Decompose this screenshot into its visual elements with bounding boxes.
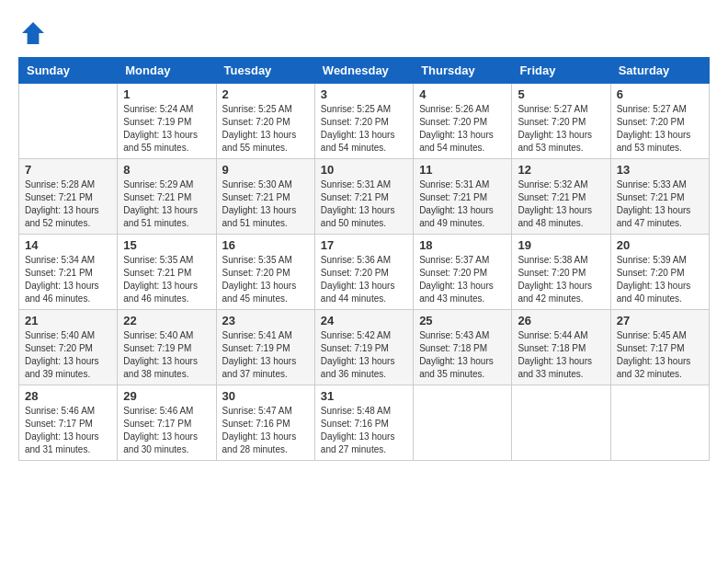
day-info: Sunrise: 5:48 AMSunset: 7:16 PMDaylight:… xyxy=(321,405,407,456)
calendar-cell: 25Sunrise: 5:43 AMSunset: 7:18 PMDayligh… xyxy=(414,310,512,385)
calendar-cell: 28Sunrise: 5:46 AMSunset: 7:17 PMDayligh… xyxy=(19,385,118,461)
day-info: Sunrise: 5:28 AMSunset: 7:21 PMDaylight:… xyxy=(25,178,111,230)
calendar-week-row: 1Sunrise: 5:24 AMSunset: 7:19 PMDaylight… xyxy=(19,84,710,159)
calendar-cell: 6Sunrise: 5:27 AMSunset: 7:20 PMDaylight… xyxy=(610,84,709,159)
day-number: 31 xyxy=(321,389,407,403)
day-number: 25 xyxy=(419,314,506,327)
calendar-table: SundayMondayTuesdayWednesdayThursdayFrid… xyxy=(18,57,710,461)
day-info: Sunrise: 5:31 AMSunset: 7:21 PMDaylight:… xyxy=(321,178,407,230)
day-number: 6 xyxy=(617,87,703,101)
calendar-cell: 29Sunrise: 5:46 AMSunset: 7:17 PMDayligh… xyxy=(118,385,216,461)
day-number: 8 xyxy=(123,163,210,177)
calendar-cell: 3Sunrise: 5:25 AMSunset: 7:20 PMDaylight… xyxy=(314,84,413,159)
day-number: 19 xyxy=(518,238,604,252)
day-info: Sunrise: 5:41 AMSunset: 7:19 PMDaylight:… xyxy=(222,329,309,381)
day-info: Sunrise: 5:40 AMSunset: 7:20 PMDaylight:… xyxy=(25,329,111,381)
day-number: 29 xyxy=(123,389,210,403)
calendar-cell: 12Sunrise: 5:32 AMSunset: 7:21 PMDayligh… xyxy=(512,159,610,235)
day-info: Sunrise: 5:46 AMSunset: 7:17 PMDaylight:… xyxy=(25,405,111,456)
day-number: 15 xyxy=(123,238,210,252)
calendar-cell: 5Sunrise: 5:27 AMSunset: 7:20 PMDaylight… xyxy=(512,84,610,159)
calendar-cell: 13Sunrise: 5:33 AMSunset: 7:21 PMDayligh… xyxy=(610,159,709,235)
calendar-cell: 9Sunrise: 5:30 AMSunset: 7:21 PMDaylight… xyxy=(216,159,314,235)
day-header-sunday: Sunday xyxy=(19,58,118,84)
calendar-cell: 21Sunrise: 5:40 AMSunset: 7:20 PMDayligh… xyxy=(19,310,118,385)
day-info: Sunrise: 5:43 AMSunset: 7:18 PMDaylight:… xyxy=(419,329,506,381)
day-number: 10 xyxy=(321,163,407,177)
day-number: 11 xyxy=(419,163,506,177)
day-info: Sunrise: 5:37 AMSunset: 7:20 PMDaylight:… xyxy=(419,254,506,305)
logo xyxy=(18,18,51,48)
day-number: 26 xyxy=(518,314,604,327)
day-number: 7 xyxy=(25,163,111,177)
day-header-thursday: Thursday xyxy=(414,58,512,84)
day-info: Sunrise: 5:39 AMSunset: 7:20 PMDaylight:… xyxy=(617,254,703,305)
day-number: 1 xyxy=(123,87,210,101)
calendar-cell: 31Sunrise: 5:48 AMSunset: 7:16 PMDayligh… xyxy=(314,385,413,461)
day-number: 4 xyxy=(419,87,506,101)
day-info: Sunrise: 5:31 AMSunset: 7:21 PMDaylight:… xyxy=(419,178,506,230)
day-info: Sunrise: 5:38 AMSunset: 7:20 PMDaylight:… xyxy=(518,254,604,305)
day-info: Sunrise: 5:25 AMSunset: 7:20 PMDaylight:… xyxy=(321,103,407,155)
day-info: Sunrise: 5:32 AMSunset: 7:21 PMDaylight:… xyxy=(518,178,604,230)
day-number: 9 xyxy=(222,163,309,177)
calendar-cell: 11Sunrise: 5:31 AMSunset: 7:21 PMDayligh… xyxy=(414,159,512,235)
page-header xyxy=(18,18,710,48)
calendar-cell: 20Sunrise: 5:39 AMSunset: 7:20 PMDayligh… xyxy=(610,235,709,310)
day-info: Sunrise: 5:34 AMSunset: 7:21 PMDaylight:… xyxy=(25,254,111,305)
day-info: Sunrise: 5:33 AMSunset: 7:21 PMDaylight:… xyxy=(617,178,703,230)
day-header-monday: Monday xyxy=(118,58,216,84)
calendar-cell: 14Sunrise: 5:34 AMSunset: 7:21 PMDayligh… xyxy=(19,235,118,310)
calendar-cell: 10Sunrise: 5:31 AMSunset: 7:21 PMDayligh… xyxy=(314,159,413,235)
calendar-cell: 18Sunrise: 5:37 AMSunset: 7:20 PMDayligh… xyxy=(414,235,512,310)
calendar-cell xyxy=(19,84,118,159)
day-info: Sunrise: 5:27 AMSunset: 7:20 PMDaylight:… xyxy=(518,103,604,155)
day-header-friday: Friday xyxy=(512,58,610,84)
day-header-saturday: Saturday xyxy=(610,58,709,84)
day-number: 16 xyxy=(222,238,309,252)
calendar-cell: 22Sunrise: 5:40 AMSunset: 7:19 PMDayligh… xyxy=(118,310,216,385)
day-info: Sunrise: 5:42 AMSunset: 7:19 PMDaylight:… xyxy=(321,329,407,381)
calendar-cell: 19Sunrise: 5:38 AMSunset: 7:20 PMDayligh… xyxy=(512,235,610,310)
calendar-cell: 24Sunrise: 5:42 AMSunset: 7:19 PMDayligh… xyxy=(314,310,413,385)
calendar-cell xyxy=(610,385,709,461)
calendar-cell: 4Sunrise: 5:26 AMSunset: 7:20 PMDaylight… xyxy=(414,84,512,159)
day-number: 2 xyxy=(222,87,309,101)
calendar-cell: 30Sunrise: 5:47 AMSunset: 7:16 PMDayligh… xyxy=(216,385,314,461)
day-info: Sunrise: 5:36 AMSunset: 7:20 PMDaylight:… xyxy=(321,254,407,305)
day-number: 24 xyxy=(321,314,407,327)
day-info: Sunrise: 5:35 AMSunset: 7:20 PMDaylight:… xyxy=(222,254,309,305)
calendar-cell: 17Sunrise: 5:36 AMSunset: 7:20 PMDayligh… xyxy=(314,235,413,310)
calendar-cell: 7Sunrise: 5:28 AMSunset: 7:21 PMDaylight… xyxy=(19,159,118,235)
day-number: 21 xyxy=(25,314,111,327)
day-info: Sunrise: 5:40 AMSunset: 7:19 PMDaylight:… xyxy=(123,329,210,381)
svg-marker-0 xyxy=(22,22,44,44)
day-number: 14 xyxy=(25,238,111,252)
day-number: 13 xyxy=(617,163,703,177)
calendar-cell xyxy=(414,385,512,461)
day-number: 20 xyxy=(617,238,703,252)
day-number: 18 xyxy=(419,238,506,252)
day-info: Sunrise: 5:44 AMSunset: 7:18 PMDaylight:… xyxy=(518,329,604,381)
day-number: 3 xyxy=(321,87,407,101)
day-info: Sunrise: 5:30 AMSunset: 7:21 PMDaylight:… xyxy=(222,178,309,230)
day-number: 28 xyxy=(25,389,111,403)
calendar-week-row: 7Sunrise: 5:28 AMSunset: 7:21 PMDaylight… xyxy=(19,159,710,235)
calendar-cell: 8Sunrise: 5:29 AMSunset: 7:21 PMDaylight… xyxy=(118,159,216,235)
day-info: Sunrise: 5:24 AMSunset: 7:19 PMDaylight:… xyxy=(123,103,210,155)
day-header-tuesday: Tuesday xyxy=(216,58,314,84)
day-info: Sunrise: 5:29 AMSunset: 7:21 PMDaylight:… xyxy=(123,178,210,230)
day-info: Sunrise: 5:46 AMSunset: 7:17 PMDaylight:… xyxy=(123,405,210,456)
calendar-header-row: SundayMondayTuesdayWednesdayThursdayFrid… xyxy=(19,58,710,84)
day-number: 23 xyxy=(222,314,309,327)
day-number: 17 xyxy=(321,238,407,252)
day-info: Sunrise: 5:26 AMSunset: 7:20 PMDaylight:… xyxy=(419,103,506,155)
day-number: 12 xyxy=(518,163,604,177)
calendar-cell: 23Sunrise: 5:41 AMSunset: 7:19 PMDayligh… xyxy=(216,310,314,385)
day-info: Sunrise: 5:45 AMSunset: 7:17 PMDaylight:… xyxy=(617,329,703,381)
calendar-week-row: 21Sunrise: 5:40 AMSunset: 7:20 PMDayligh… xyxy=(19,310,710,385)
logo-icon xyxy=(18,18,48,48)
day-number: 30 xyxy=(222,389,309,403)
calendar-cell: 1Sunrise: 5:24 AMSunset: 7:19 PMDaylight… xyxy=(118,84,216,159)
day-number: 5 xyxy=(518,87,604,101)
